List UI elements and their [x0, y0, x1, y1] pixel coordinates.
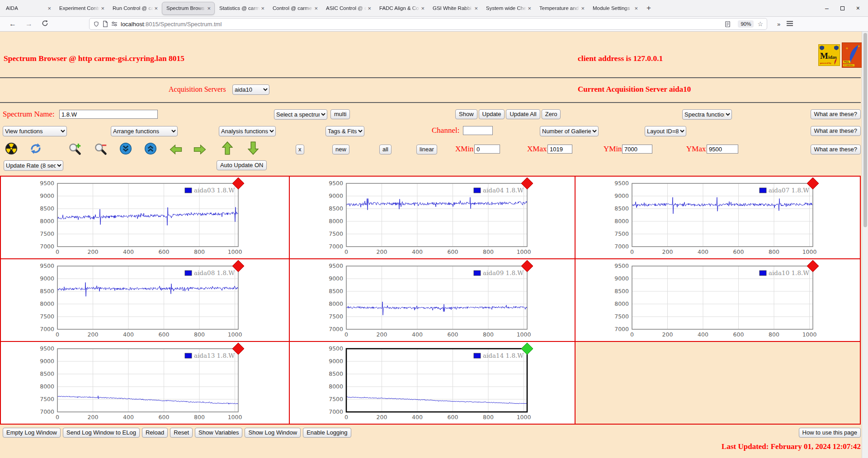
arrow-left-icon[interactable]: [169, 143, 183, 156]
browser-tab-9[interactable]: System wide Che×: [482, 2, 535, 15]
xmin-input[interactable]: [474, 145, 500, 154]
what-are-these-button[interactable]: What are these?: [811, 145, 861, 154]
browser-tab-7[interactable]: FADC Align & Co×: [375, 2, 428, 15]
footer-button-show-variables[interactable]: Show Variables: [195, 428, 242, 438]
chevron-down-circle-icon[interactable]: [119, 142, 132, 155]
close-icon[interactable]: ×: [856, 5, 860, 12]
auto-update-button[interactable]: Auto Update ON: [217, 160, 267, 170]
spectrum-chart-aida14[interactable]: 0200400600800100070007500800085009000950…: [290, 342, 574, 424]
footer-button-send-log-window-to-elog[interactable]: Send Log Window to ELog: [63, 428, 140, 438]
tab-close-icon[interactable]: ×: [473, 5, 479, 12]
all-button[interactable]: all: [379, 145, 392, 154]
gallery-cell-2[interactable]: 0200400600800100070007500800085009000950…: [575, 176, 860, 259]
update-all-button[interactable]: Update All: [506, 109, 540, 119]
radiation-icon[interactable]: [5, 142, 18, 155]
arrow-right-icon[interactable]: [193, 143, 207, 156]
layout-id-select[interactable]: Layout ID=8: [645, 126, 686, 136]
permissions-icon[interactable]: [111, 21, 118, 27]
linear-button[interactable]: linear: [416, 145, 437, 154]
reader-mode-icon[interactable]: [725, 21, 731, 27]
app-menu-icon[interactable]: [784, 20, 796, 28]
spectrum-chart-aida10[interactable]: 0200400600800100070007500800085009000950…: [576, 259, 860, 341]
tab-close-icon[interactable]: ×: [580, 5, 585, 12]
page-info-icon[interactable]: [103, 21, 108, 27]
forward-icon[interactable]: →: [21, 20, 37, 28]
new-tab-button[interactable]: +: [642, 4, 656, 13]
browser-tab-10[interactable]: Temperature and×: [535, 2, 588, 15]
gallery-cell-3[interactable]: 0200400600800100070007500800085009000950…: [0, 259, 289, 341]
show-button[interactable]: Show: [455, 109, 477, 119]
gallery-cell-4[interactable]: 0200400600800100070007500800085009000950…: [289, 259, 575, 341]
how-to-use-button[interactable]: How to use this page: [799, 428, 861, 438]
tab-close-icon[interactable]: ×: [527, 5, 532, 12]
browser-tab-11[interactable]: Module Settings×: [589, 2, 642, 15]
analysis-functions-select[interactable]: Analysis functions: [219, 126, 276, 136]
what-are-these-button[interactable]: What are these?: [811, 126, 861, 136]
update-button[interactable]: Update: [479, 109, 505, 119]
select-a-spectrum[interactable]: Select a spectrum: [274, 109, 327, 120]
browser-tab-6[interactable]: ASIC Control @ c×: [322, 2, 375, 15]
browser-tab-1[interactable]: Experiment Contr×: [55, 2, 108, 15]
bookmark-star-icon[interactable]: ☆: [757, 20, 763, 28]
zoom-level-badge[interactable]: 90%: [738, 20, 754, 28]
spectrum-chart-aida13[interactable]: 0200400600800100070007500800085009000950…: [1, 342, 285, 424]
arrange-functions-select[interactable]: Arrange functions: [111, 126, 178, 136]
tab-close-icon[interactable]: ×: [100, 5, 105, 12]
browser-tab-0[interactable]: AIDA×: [2, 2, 55, 15]
url-text[interactable]: localhost:8015/Spectrum/Spectrum.tml: [121, 21, 725, 28]
update-rate-select[interactable]: Update Rate (8 secs): [4, 160, 63, 171]
tab-close-icon[interactable]: ×: [260, 5, 265, 12]
x-button[interactable]: x: [296, 145, 304, 154]
new-button[interactable]: new: [332, 145, 349, 154]
zoom-in-icon[interactable]: [68, 142, 81, 155]
arrow-down-icon[interactable]: [246, 141, 260, 155]
spectrum-chart-aida09[interactable]: 0200400600800100070007500800085009000950…: [290, 259, 574, 341]
tags-fits-select[interactable]: Tags & Fits: [326, 126, 364, 136]
scrollbar-thumb[interactable]: [863, 33, 867, 227]
shield-icon[interactable]: [93, 21, 99, 28]
ymin-input[interactable]: [622, 145, 652, 154]
maximize-icon[interactable]: [840, 6, 844, 10]
tab-close-icon[interactable]: ×: [47, 5, 52, 12]
footer-button-reset[interactable]: Reset: [170, 428, 193, 438]
acquisition-server-select[interactable]: aida10: [232, 84, 269, 95]
midas-logo[interactable]: MMidasidas powered by: [818, 44, 840, 66]
gallery-cell-5[interactable]: 0200400600800100070007500800085009000950…: [575, 259, 860, 341]
tab-close-icon[interactable]: ×: [420, 5, 425, 12]
channel-input[interactable]: [463, 126, 493, 135]
overflow-chevron-icon[interactable]: »: [774, 21, 784, 28]
reload-icon[interactable]: [37, 20, 53, 28]
spectrum-chart-aida03[interactable]: 0200400600800100070007500800085009000950…: [1, 177, 285, 258]
back-icon[interactable]: ←: [5, 20, 21, 28]
spectrum-name-input[interactable]: [59, 110, 158, 119]
tab-close-icon[interactable]: ×: [153, 5, 159, 12]
minimize-icon[interactable]: –: [825, 5, 829, 12]
url-bar[interactable]: localhost:8015/Spectrum/Spectrum.tml 90%…: [89, 18, 767, 30]
xmax-input[interactable]: [547, 145, 572, 154]
browser-tab-3[interactable]: Spectrum Brows×: [162, 2, 215, 15]
multi-button[interactable]: multi: [330, 109, 350, 119]
what-are-these-button[interactable]: What are these?: [811, 109, 861, 119]
chevron-up-circle-icon[interactable]: [144, 142, 157, 155]
spectra-functions-select[interactable]: Spectra functions: [682, 109, 732, 120]
gallery-cell-7[interactable]: 0200400600800100070007500800085009000950…: [289, 341, 575, 424]
tab-close-icon[interactable]: ×: [633, 5, 639, 12]
tab-close-icon[interactable]: ×: [367, 5, 372, 12]
page-scrollbar[interactable]: [862, 32, 868, 458]
browser-tab-4[interactable]: Statistics @ carm×: [215, 2, 268, 15]
arrow-up-icon[interactable]: [221, 141, 234, 155]
browser-tab-5[interactable]: Control @ carme×: [269, 2, 321, 15]
spectrum-chart-aida04[interactable]: 0200400600800100070007500800085009000950…: [290, 177, 574, 258]
gallery-cell-6[interactable]: 0200400600800100070007500800085009000950…: [0, 341, 289, 424]
ymax-input[interactable]: [707, 145, 738, 154]
spectrum-chart-aida07[interactable]: 0200400600800100070007500800085009000950…: [576, 177, 860, 258]
zero-button[interactable]: Zero: [542, 109, 561, 119]
tab-close-icon[interactable]: ×: [313, 5, 319, 12]
number-of-galleries-select[interactable]: Number of Galleries: [540, 126, 599, 136]
gallery-cell-1[interactable]: 0200400600800100070007500800085009000950…: [289, 176, 575, 259]
view-functions-select[interactable]: View functions: [3, 126, 67, 136]
browser-tab-8[interactable]: GSI White Rabbi×: [429, 2, 481, 15]
footer-button-reload[interactable]: Reload: [142, 428, 168, 438]
spectrum-chart-aida08[interactable]: 0200400600800100070007500800085009000950…: [1, 259, 285, 341]
tab-close-icon[interactable]: ×: [206, 5, 212, 12]
